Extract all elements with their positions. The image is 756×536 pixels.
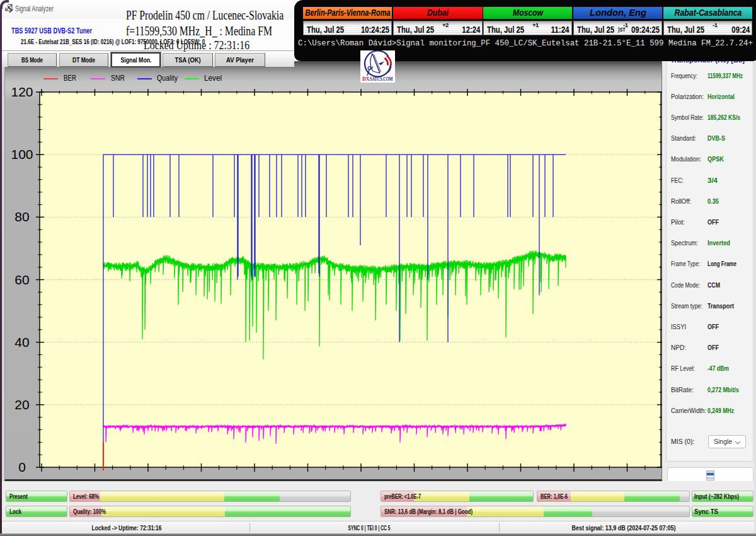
svg-text:DX: DX bbox=[362, 76, 370, 82]
svg-text:80: 80 bbox=[14, 209, 29, 224]
svg-text:SATCS.COM: SATCS.COM bbox=[370, 76, 393, 82]
svg-text:0: 0 bbox=[18, 460, 26, 474]
svg-text:60: 60 bbox=[14, 272, 29, 287]
svg-text:100: 100 bbox=[11, 147, 33, 161]
svg-text:40: 40 bbox=[14, 335, 29, 349]
svg-text:120: 120 bbox=[11, 84, 33, 99]
svg-text:20: 20 bbox=[14, 397, 29, 412]
